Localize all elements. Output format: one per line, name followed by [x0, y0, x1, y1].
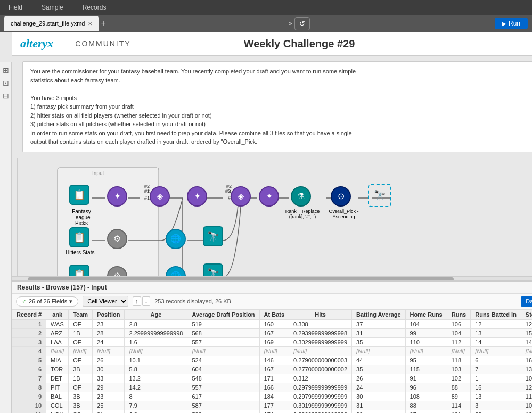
sort-up-button[interactable]: ↑	[133, 296, 141, 306]
select-icon-1: ✦	[187, 186, 207, 206]
table-cell: 125	[521, 383, 532, 392]
table-cell: 0.301999999999999	[289, 401, 352, 410]
data-table-wrapper[interactable]: Record # ank Team Position Age Average D…	[12, 309, 532, 413]
table-cell: 156	[521, 329, 532, 338]
sort-node[interactable]: ⊙	[331, 186, 351, 206]
fields-dropdown-icon[interactable]: ▾	[69, 298, 72, 305]
data-table: Record # ank Team Position Age Average D…	[12, 309, 532, 413]
tab-add-button[interactable]: +	[101, 19, 105, 28]
table-cell: 110	[405, 338, 447, 347]
pitchers-input-node[interactable]: 📋	[69, 265, 89, 276]
table-cell: 120	[521, 410, 532, 414]
table-body: 1WASOF232.85191600.30837104106121252ARZ1…	[12, 320, 533, 414]
workflow-canvas[interactable]: ‹‹ Input Output #2 #1 #2	[17, 158, 532, 276]
hitters-browse-node[interactable]: 🔭	[203, 226, 223, 246]
run-button[interactable]: ▶ Run	[495, 18, 528, 29]
rank-label: Rank = Replace([rank], '#', '')	[284, 209, 321, 219]
desc-line-6: 3) pitcher stats on all pitchers (whethe…	[30, 120, 532, 129]
table-cell: TOR	[46, 365, 69, 374]
table-cell: 24	[352, 383, 406, 392]
table-cell: 44	[352, 356, 406, 365]
sort-down-button[interactable]: ↓	[142, 296, 151, 306]
formula-icon: ⚗	[291, 186, 311, 206]
table-cell: WAS	[46, 320, 69, 329]
table-cell: 1B	[69, 329, 93, 338]
pitchers-process-icon: ⚙	[107, 266, 127, 276]
table-cell: 9	[12, 392, 46, 401]
sidebar-icon-1[interactable]: ⊞	[3, 66, 9, 75]
table-cell: SS	[69, 410, 93, 414]
overall-label: Overall_Pick -Ascending	[324, 209, 364, 219]
run-label: Run	[509, 20, 520, 27]
table-cell: 617	[187, 392, 259, 401]
table-cell: 139	[521, 365, 532, 374]
hitters-input-node[interactable]: 📋	[69, 227, 89, 247]
formula-node[interactable]: ⚗	[291, 186, 311, 206]
join-node-2[interactable]: ◈	[231, 186, 251, 206]
canvas-scrollbar[interactable]	[12, 276, 532, 280]
pitchers-browse-node[interactable]: 🔭	[203, 263, 223, 276]
top-menu-bar: Field Sample Records	[0, 0, 532, 15]
crosstab-icon-1: ✦	[107, 186, 127, 206]
join-icon-2: ◈	[231, 186, 251, 206]
tab-overflow-icon[interactable]: »	[289, 20, 292, 27]
table-header-row: Record # ank Team Position Age Average D…	[12, 310, 533, 320]
viewer-select[interactable]: Cell Viewer	[83, 296, 128, 307]
table-cell: [Null]	[352, 347, 406, 356]
table-cell: 548	[187, 374, 259, 383]
pitchers-globe-node[interactable]: 🌐	[166, 266, 186, 276]
table-cell: 1	[12, 320, 46, 329]
col-record: Record #	[12, 310, 46, 320]
hitters-globe-node[interactable]: 🌐	[166, 229, 186, 249]
pitchers-process-node[interactable]: ⚙	[107, 266, 127, 276]
table-cell: HOU	[46, 410, 69, 414]
hitters-label: Hitters Stats	[66, 250, 94, 255]
desc-line-5: 2) hitter stats on all field players (wh…	[30, 111, 532, 120]
menu-records[interactable]: Records	[78, 2, 111, 13]
undo-button[interactable]: ↺	[294, 17, 310, 30]
table-cell: 10	[12, 401, 46, 410]
table-cell: 30	[93, 365, 125, 374]
browse-node-main[interactable]: 🔭	[368, 184, 391, 207]
menu-field[interactable]: Field	[4, 2, 27, 13]
table-row: 9BAL3B2386171840.29799999999999930108891…	[12, 392, 533, 401]
col-atbats: At Bats	[259, 310, 289, 320]
table-cell: [Null]	[259, 347, 289, 356]
table-cell: 33	[93, 374, 125, 383]
table-cell: 14.2	[125, 383, 187, 392]
table-cell: 174	[259, 410, 289, 414]
menu-sample[interactable]: Sample	[37, 2, 68, 13]
community-label: COMMUNITY	[75, 39, 130, 48]
table-cell: [Null]	[405, 347, 447, 356]
table-cell: 557	[187, 338, 259, 347]
select-node-1[interactable]: ✦	[187, 186, 207, 206]
table-cell: 587	[187, 401, 259, 410]
sidebar-icon-3[interactable]: ⊟	[3, 92, 9, 100]
tab-close-icon[interactable]: ✕	[88, 21, 92, 27]
table-cell: 1	[471, 374, 521, 383]
table-cell: 3B	[69, 392, 93, 401]
data-button[interactable]: Data	[521, 296, 532, 307]
table-cell: 11	[12, 410, 46, 414]
col-rbi: Runs Batted In	[471, 310, 521, 320]
table-cell: 106	[447, 320, 471, 329]
tab-main[interactable]: challenge_29.start_file.yxmd ✕	[4, 16, 99, 31]
sidebar-icon-2[interactable]: ⊡	[3, 79, 9, 87]
fields-badge: ✓ 26 of 26 Fields ▾	[16, 296, 78, 307]
select-node-2[interactable]: ✦	[259, 186, 279, 206]
hitters-process-node[interactable]: ⚙	[107, 229, 127, 249]
crosstab-node-1[interactable]: ✦	[107, 186, 127, 206]
multirow-icon: ◈	[150, 186, 170, 206]
table-row: 2ARZ1B282.2999999999999985681670.2939999…	[12, 329, 533, 338]
pitchers-globe-icon: 🌐	[166, 266, 186, 276]
table-cell: [Null]	[447, 347, 471, 356]
multirow-node[interactable]: ◈	[150, 186, 170, 206]
table-cell: 146	[521, 338, 532, 347]
col-rank: ank	[46, 310, 69, 320]
table-cell: 0.279000000000003	[289, 356, 352, 365]
table-cell: 28	[93, 329, 125, 338]
table-cell: PIT	[46, 383, 69, 392]
description-box: You are the commissioner for your fantas…	[22, 61, 532, 152]
fantasy-input-node[interactable]: 📋	[69, 185, 89, 205]
table-cell: 1B	[69, 374, 93, 383]
